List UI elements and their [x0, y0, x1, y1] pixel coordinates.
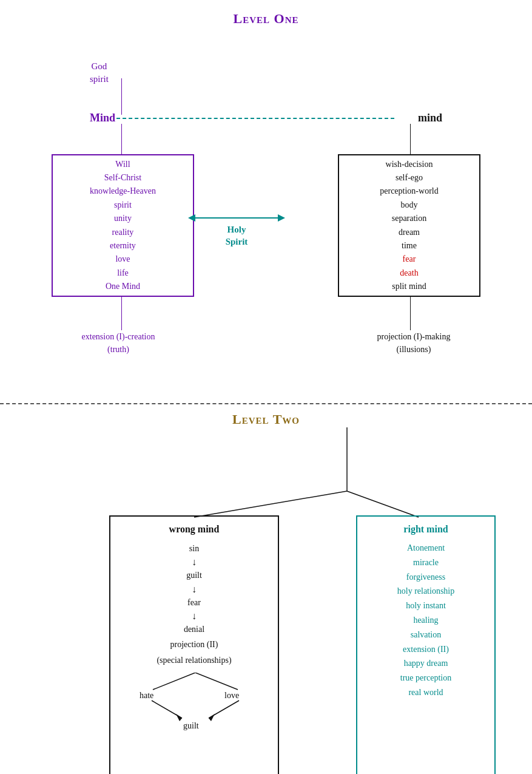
god-spirit-label: Godspirit [90, 60, 109, 86]
svg-marker-11 [176, 714, 182, 721]
holy-spirit-label: HolySpirit [226, 224, 248, 248]
mind-right-label: mind [418, 112, 442, 124]
mind-left-label: Mind [90, 112, 115, 124]
right-mind-box: right mind Atonement miracle forgiveness… [356, 515, 496, 774]
level-one-section: Godspirit Mind mind WillSelf-Christknowl… [0, 27, 532, 403]
level-two-section: wrong mind sin ↓ guilt ↓ fear ↓ denialpr… [0, 427, 532, 774]
wrong-mind-content: sin ↓ guilt ↓ fear ↓ denialprojection (I… [116, 541, 272, 668]
right-mind-title: right mind [357, 524, 494, 535]
extension-label: extension (I)-creation(truth) [36, 330, 200, 356]
holy-spirit-arrow [188, 212, 285, 224]
wrong-mind-box: wrong mind sin ↓ guilt ↓ fear ↓ denialpr… [109, 515, 279, 774]
svg-marker-2 [278, 214, 285, 222]
svg-text:love: love [224, 691, 239, 700]
left-box: WillSelf-Christknowledge-Heavenspirituni… [52, 154, 194, 297]
wrong-mind-title: wrong mind [110, 524, 278, 535]
wrong-mind-bottom-svg: hate love guilt [116, 673, 274, 730]
svg-line-5 [347, 491, 419, 517]
svg-line-6 [153, 673, 195, 690]
level-two-title: Level Two [0, 404, 532, 427]
svg-text:guilt: guilt [183, 721, 199, 730]
wrong-mind-inner: sin ↓ guilt ↓ fear ↓ denialprojection (I… [110, 541, 278, 733]
projection-label: projection (I)-making(illusions) [332, 330, 496, 356]
level-separator [0, 403, 532, 404]
svg-text:hate: hate [140, 691, 153, 700]
arrow-down-2: ↓ [116, 583, 272, 595]
level-one-title: Level One [0, 0, 532, 27]
vline-mind-leftbox [121, 124, 122, 154]
vline-god-mind [121, 78, 122, 115]
vline-leftbox-ext [121, 297, 122, 330]
left-box-content: WillSelf-Christknowledge-Heavenspirituni… [90, 158, 156, 294]
holy-spirit-arrow-svg [188, 212, 285, 224]
svg-line-4 [194, 491, 347, 517]
svg-marker-13 [209, 714, 215, 721]
mind-dashed-connector [116, 118, 394, 119]
arrow-down-3: ↓ [116, 610, 272, 622]
vline-rightbox-proj [410, 297, 411, 330]
right-box: wish-decisionself-egoperception-worldbod… [338, 154, 480, 297]
arrow-down-1: ↓ [116, 556, 272, 568]
right-mind-content: Atonement miracle forgiveness holy relat… [357, 541, 494, 700]
svg-line-7 [195, 673, 238, 690]
svg-marker-0 [188, 214, 195, 222]
right-box-content: wish-decisionself-egoperception-worldbod… [380, 158, 438, 294]
holy-spirit-section: HolySpirit [188, 212, 285, 248]
vline-mind-rightbox [410, 124, 411, 154]
